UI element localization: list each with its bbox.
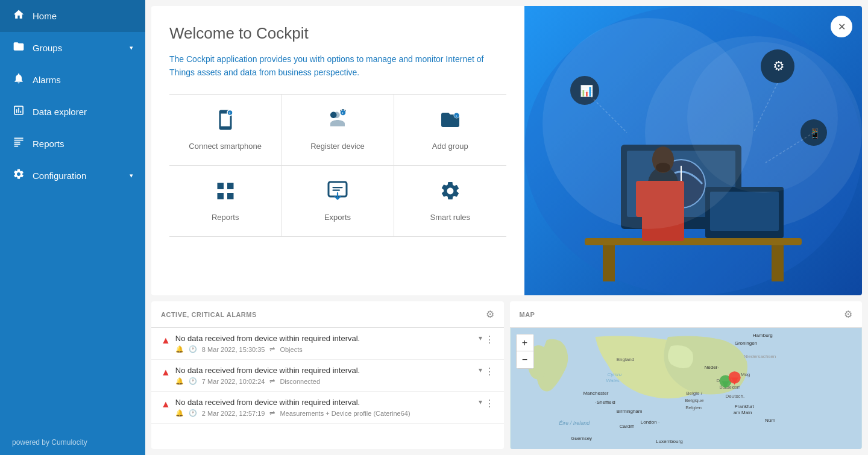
alarm-meta: 🔔 🕐 8 Mar 2022, 15:30:35 ⇌ Objects (175, 345, 474, 353)
svg-rect-17 (603, 245, 615, 281)
quick-link-label-smartphone: Connect smartphone (189, 142, 262, 151)
exports-icon (327, 180, 348, 207)
svg-text:Manchester: Manchester (583, 391, 608, 396)
alarm-connection-icon: ⇌ (269, 377, 275, 385)
alarm-clock-icon: 🕐 (189, 377, 197, 385)
alarm-content: No data received from device within requ… (175, 334, 474, 353)
alarm-warning-icon: ▲ (161, 335, 171, 346)
map-zoom-in-button[interactable]: + (517, 334, 533, 351)
alarms-panel-title: ACTIVE, CRITICAL ALARMS (161, 311, 257, 318)
sidebar-label-reports: Reports (33, 139, 64, 149)
svg-text:London ·: London · (640, 419, 659, 425)
alarm-item: ▲ No data received from device within re… (151, 328, 504, 360)
quick-link-add-group[interactable]: + Add group (394, 95, 506, 166)
map-settings-button[interactable]: ⚙ (844, 309, 852, 320)
alarm-content: No data received from device within requ… (175, 366, 474, 385)
alarm-expand-button[interactable]: ▾ (479, 398, 482, 406)
alarm-clock-icon: 🕐 (189, 345, 197, 353)
sidebar-item-reports[interactable]: Reports (0, 128, 145, 160)
svg-text:Luxembourg: Luxembourg (656, 439, 683, 444)
close-welcome-button[interactable]: ✕ (831, 16, 852, 37)
alarms-settings-button[interactable]: ⚙ (486, 309, 494, 320)
map-zoom-out-button[interactable]: − (517, 351, 533, 368)
welcome-panel: Welcome to Cockpit The Cockpit applicati… (151, 6, 862, 295)
quick-link-label-exports: Exports (324, 213, 351, 222)
welcome-description: The Cockpit application provides you wit… (169, 52, 506, 80)
folder-icon (12, 40, 25, 55)
alarms-panel-header: ACTIVE, CRITICAL ALARMS ⚙ (151, 301, 504, 328)
alarm-menu-button[interactable]: ⋮ (485, 334, 494, 345)
sidebar-item-data-explorer[interactable]: Data explorer (0, 96, 145, 128)
svg-rect-18 (772, 245, 784, 281)
sidebar-label-home: Home (33, 11, 57, 21)
svg-text:Birmingham: Birmingham (616, 409, 642, 414)
chevron-down-icon-config: ▾ (130, 172, 133, 180)
alarm-date: 8 Mar 2022, 15:30:35 (202, 346, 265, 353)
alarms-panel: ACTIVE, CRITICAL ALARMS ⚙ ▲ No data rece… (151, 301, 504, 449)
map-svg: Éire / Ireland Cymru Wales England Manch… (510, 328, 863, 449)
alarm-meta: 🔔 🕐 2 Mar 2022, 12:57:19 ⇌ Measurements … (175, 409, 474, 417)
svg-text:Guernsey: Guernsey (571, 436, 592, 441)
welcome-left: Welcome to Cockpit The Cockpit applicati… (151, 6, 524, 295)
alarm-meta: 🔔 🕐 7 Mar 2022, 10:02:24 ⇌ Disconnected (175, 377, 474, 385)
alarm-warning-icon: ▲ (161, 399, 171, 410)
svg-text:Neder-: Neder- (704, 365, 719, 370)
alarm-warning-icon: ▲ (161, 367, 171, 378)
svg-text:·Sheffield: ·Sheffield (595, 400, 615, 405)
alarm-title: No data received from device within requ… (175, 334, 474, 343)
svg-text:Deutsch.: Deutsch. (725, 394, 744, 399)
svg-text:Frankfurt: Frankfurt (734, 404, 754, 409)
bell-alarm-icon: 🔔 (175, 409, 184, 417)
alarm-title: No data received from device within requ… (175, 398, 474, 407)
main-content: Welcome to Cockpit The Cockpit applicati… (145, 0, 868, 455)
map-panel: MAP ⚙ + − (510, 301, 863, 449)
map-container: + − Éire / Ireland (510, 328, 863, 449)
sidebar-label-groups: Groups (33, 43, 62, 53)
alarm-menu-button[interactable]: ⋮ (485, 366, 494, 377)
map-panel-header: MAP ⚙ (510, 301, 863, 328)
svg-text:Hamburg: Hamburg (752, 333, 772, 338)
sidebar-item-alarms[interactable]: Alarms (0, 64, 145, 96)
sidebar-item-groups[interactable]: Groups ▾ (0, 32, 145, 64)
svg-text:England: England (616, 357, 634, 362)
alarm-connection-icon: ⇌ (269, 409, 275, 417)
bottom-panels: ACTIVE, CRITICAL ALARMS ⚙ ▲ No data rece… (151, 301, 862, 449)
sidebar: Home Groups ▾ Alarms Data explorer Repor… (0, 0, 145, 455)
reports-icon (12, 136, 25, 151)
chevron-down-icon: ▾ (130, 44, 133, 52)
alarm-connection: Objects (280, 346, 302, 353)
svg-rect-16 (585, 238, 802, 245)
svg-text:Mog: Mog (740, 372, 750, 377)
alarm-date: 7 Mar 2022, 10:02:24 (202, 378, 265, 385)
bell-alarm-icon: 🔔 (175, 377, 184, 385)
smartphone-icon: + (215, 109, 236, 136)
sidebar-label-configuration: Configuration (33, 171, 86, 181)
sidebar-footer: powered by Cumulocity (0, 430, 145, 455)
alarm-actions: ▾ ⋮ (479, 334, 494, 345)
quick-link-reports[interactable]: Reports (169, 166, 281, 237)
alarm-expand-button[interactable]: ▾ (479, 366, 482, 374)
alarm-content: No data received from device within requ… (175, 398, 474, 417)
bell-icon (12, 72, 25, 87)
sidebar-item-configuration[interactable]: Configuration ▾ (0, 160, 145, 192)
group-icon: + (439, 109, 461, 136)
quick-link-exports[interactable]: Exports (281, 166, 394, 237)
smart-rules-icon (439, 180, 461, 207)
alarm-expand-button[interactable]: ▾ (479, 334, 482, 342)
quick-link-connect-smartphone[interactable]: + Connect smartphone (169, 95, 281, 166)
quick-link-smart-rules[interactable]: Smart rules (394, 166, 506, 237)
map-zoom-controls: + − (516, 334, 534, 369)
alarm-connection: Measurements + Device profile (Caterine6… (280, 410, 410, 417)
svg-text:Éire / Ireland: Éire / Ireland (559, 420, 590, 426)
home-icon (12, 8, 25, 24)
sidebar-item-home[interactable]: Home (0, 0, 145, 32)
alarm-connection: Disconnected (280, 378, 320, 385)
welcome-title: Welcome to Cockpit (169, 24, 506, 43)
chart-icon (12, 104, 25, 119)
quick-link-label-group: Add group (432, 142, 468, 151)
alarm-menu-button[interactable]: ⋮ (485, 398, 494, 409)
map-panel-title: MAP (520, 311, 535, 318)
svg-text:Niedersachsen: Niedersachsen (743, 354, 776, 359)
quick-link-register-device[interactable]: + Register device (281, 95, 394, 166)
svg-text:Belgique: Belgique (685, 398, 704, 403)
